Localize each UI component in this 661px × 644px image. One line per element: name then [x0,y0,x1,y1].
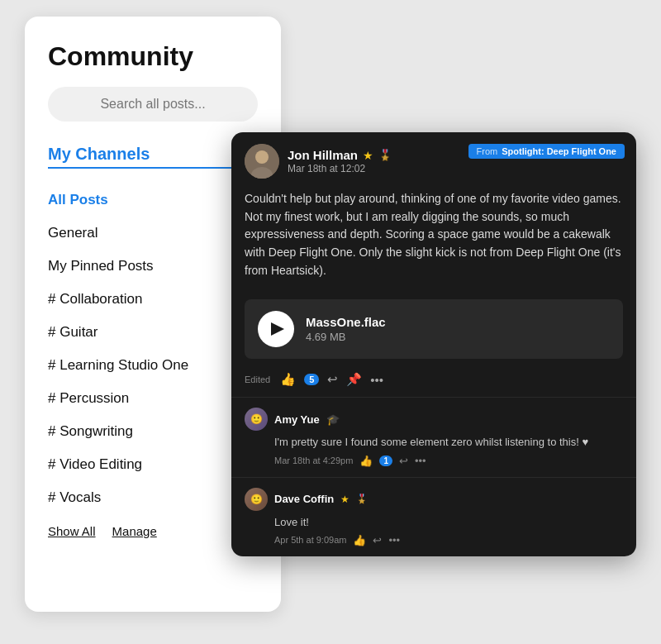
comment-1: 🙂 Amy Yue 🎓 I'm pretty sure I found some… [231,398,636,477]
author-name: Jon Hillman [288,148,358,162]
comment-2-author: Dave Coffin [274,493,334,505]
post-timestamp: Mar 18th at 12:02 [288,163,623,174]
spotlight-from: From [477,146,498,156]
reply-icon[interactable]: ↩ [327,372,338,387]
comment-2-badge: 🎖️ [356,494,368,504]
comment-2-reply-icon[interactable]: ↩ [373,534,382,546]
author-avatar [245,144,279,179]
comment-1-author: Amy Yue [274,413,320,426]
comment-1-like-icon[interactable]: 👍 [359,455,373,467]
play-button[interactable] [258,311,294,347]
nav-item-percussion[interactable]: # Percussion [48,382,258,415]
channels-nav: All Posts General My Pinned Posts # Coll… [48,184,258,514]
star-icon: ★ [363,149,373,162]
spotlight-badge: From Spotlight: Deep Flight One [468,144,625,159]
comment-2-footer: Apr 5th at 9:09am 👍 ↩ ••• [274,534,623,546]
nav-item-video-editing[interactable]: # Video Editing [48,448,258,481]
comment-1-like-count: 1 [379,456,392,466]
comment-1-header: 🙂 Amy Yue 🎓 [245,408,623,431]
comment-1-more-icon[interactable]: ••• [415,455,426,467]
post-body: Couldn't help but play around, thinking … [231,187,636,291]
nav-item-vocals[interactable]: # Vocals [48,481,258,514]
comment-2-avatar-initials: 🙂 [250,494,263,505]
channels-divider [48,167,258,169]
comment-1-footer: Mar 18th at 4:29pm 👍 1 ↩ ••• [274,455,623,467]
channels-heading: My Channels [48,145,258,164]
badge-icons: 🎖️ [378,149,392,161]
comment-2-star: ★ [340,494,350,505]
post-header: Jon Hillman ★ 🎖️ Mar 18th at 12:02 From … [231,132,636,187]
comment-section: 🙂 Amy Yue 🎓 I'm pretty sure I found some… [231,397,636,556]
post-card: Jon Hillman ★ 🎖️ Mar 18th at 12:02 From … [231,132,636,556]
comment-1-emoji: 🎓 [326,413,340,426]
audio-filesize: 4.69 MB [306,331,386,343]
comment-2-avatar: 🙂 [245,488,268,511]
nav-item-all-posts[interactable]: All Posts [48,184,258,217]
search-input[interactable] [48,87,258,122]
more-icon[interactable]: ••• [370,373,383,387]
nav-item-general[interactable]: General [48,217,258,250]
comment-1-reply-icon[interactable]: ↩ [399,455,408,467]
comment-2-more-icon[interactable]: ••• [388,534,400,546]
comment-1-avatar: 🙂 [245,408,268,431]
bottom-links: Show All Manage [48,524,258,538]
nav-item-pinned-posts[interactable]: My Pinned Posts [48,250,258,283]
audio-info: MassOne.flac 4.69 MB [306,315,386,343]
audio-filename: MassOne.flac [306,315,386,329]
comment-1-avatar-initials: 🙂 [250,413,263,425]
pin-icon[interactable]: 📌 [346,372,362,387]
comment-2-header: 🙂 Dave Coffin ★ 🎖️ [245,488,623,511]
spotlight-name: Spotlight: Deep Flight One [502,146,616,156]
like-icon[interactable]: 👍 [280,372,296,387]
nav-item-collaboration[interactable]: # Collaboration [48,283,258,316]
nav-item-learning-studio[interactable]: # Learning Studio One [48,349,258,382]
post-actions: Edited 👍 5 ↩ 📌 ••• [231,369,636,397]
show-all-link[interactable]: Show All [48,524,96,538]
audio-player: MassOne.flac 4.69 MB [245,299,623,359]
like-count-badge: 5 [304,374,319,385]
comment-1-time: Mar 18th at 4:29pm [274,456,353,465]
manage-link[interactable]: Manage [112,524,157,538]
nav-item-songwriting[interactable]: # Songwriting [48,415,258,448]
comment-2-time: Apr 5th at 9:09am [274,535,346,545]
comment-1-text: I'm pretty sure I found some element zer… [274,435,623,450]
comment-2-text: Love it! [274,515,623,530]
nav-item-guitar[interactable]: # Guitar [48,316,258,349]
play-icon [271,322,284,336]
comment-2-like-icon[interactable]: 👍 [353,534,366,546]
community-title: Community [48,41,258,72]
svg-point-1 [255,150,269,164]
comment-2: 🙂 Dave Coffin ★ 🎖️ Love it! Apr 5th at 9… [231,478,636,556]
edited-label: Edited [245,374,270,384]
